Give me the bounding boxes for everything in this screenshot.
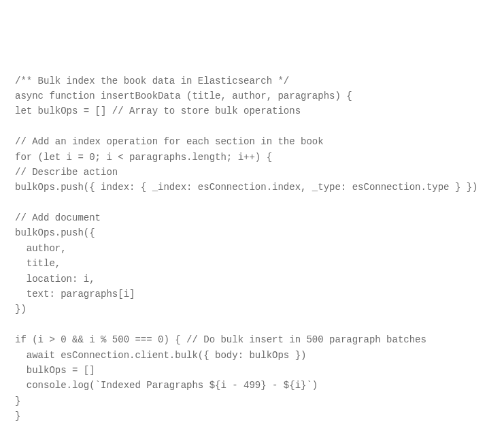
code-line: console.log(`Indexed Paragraphs ${i - 49… (15, 380, 318, 391)
code-line: bulkOps = [] (15, 365, 95, 376)
code-line: bulkOps.push({ index: { _index: esConnec… (15, 182, 478, 193)
code-line: // Add document (15, 212, 101, 223)
code-line: author, (15, 243, 67, 254)
code-line: // Add an index operation for each secti… (15, 136, 324, 147)
code-line: location: i, (15, 274, 95, 285)
code-line: bulkOps.push({ (15, 227, 95, 238)
code-block: /** Bulk index the book data in Elastics… (15, 74, 489, 435)
code-line: async function insertBookData (title, au… (15, 91, 352, 101)
code-line: if (i > 0 && i % 500 === 0) { // Do bulk… (15, 334, 426, 345)
code-line: /** Bulk index the book data in Elastics… (15, 76, 289, 86)
code-line: }) (15, 304, 27, 315)
code-line: let bulkOps = [] // Array to store bulk … (15, 106, 301, 116)
code-line: for (let i = 0; i < paragraphs.length; i… (15, 152, 272, 163)
code-line: text: paragraphs[i] (15, 289, 135, 300)
code-line: await esConnection.client.bulk({ body: b… (15, 350, 306, 361)
code-line: } (15, 410, 20, 421)
code-line: // Describe action (15, 167, 118, 178)
code-line: title, (15, 258, 61, 269)
code-line: } (15, 396, 20, 406)
